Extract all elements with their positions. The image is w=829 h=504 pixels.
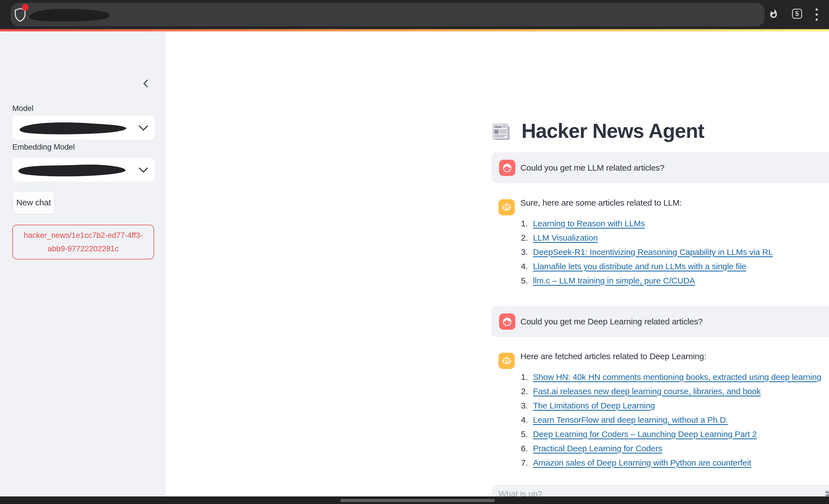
face-icon xyxy=(502,316,512,327)
flame-icon[interactable] xyxy=(768,8,779,20)
chat-session-label: hacker_news/1e1cc7b2-ed77-4ff3-abb9-9772… xyxy=(19,228,147,255)
article-link[interactable]: Show HN: 40k HN comments mentioning book… xyxy=(533,372,821,382)
redacted-model-value xyxy=(16,121,128,135)
new-chat-button[interactable]: New chat xyxy=(12,191,55,214)
list-item: DeepSeek-R1: Incentivizing Reasoning Cap… xyxy=(491,245,829,259)
address-bar[interactable] xyxy=(11,3,765,26)
browser-top-bar: 5 xyxy=(0,0,829,29)
list-item: Deep Learning for Coders – Launching Dee… xyxy=(491,427,829,441)
message-text: Sure, here are some articles related to … xyxy=(520,196,682,209)
title-row: NEWS Hacker News Agent xyxy=(491,119,829,144)
robot-icon xyxy=(501,356,512,366)
list-item: Learning to Reason with LLMs xyxy=(491,216,829,230)
embedding-model-select[interactable] xyxy=(12,158,155,182)
chat-message-assistant: Sure, here are some articles related to … xyxy=(491,199,829,292)
article-list: Learning to Reason with LLMs LLM Visuali… xyxy=(491,216,829,288)
tab-counter[interactable]: 5 xyxy=(792,9,802,19)
list-item: The Limitations of Deep Learning xyxy=(491,398,829,413)
loading-gradient-stripe xyxy=(0,29,829,31)
model-label: Model xyxy=(12,104,152,113)
newspaper-icon: NEWS xyxy=(491,121,512,142)
tab-count: 5 xyxy=(795,10,799,17)
list-item: LLM Visualization xyxy=(491,230,829,245)
message-text: Could you get me LLM related articles? xyxy=(520,152,664,183)
collapse-sidebar-icon[interactable] xyxy=(141,78,151,88)
list-item: Learn TensorFlow and deep learning, with… xyxy=(491,413,829,427)
chat-message-assistant: Here are fetched articles related to Dee… xyxy=(491,353,829,473)
article-link[interactable]: Learn TensorFlow and deep learning, with… xyxy=(533,415,728,425)
chat-session-link[interactable]: hacker_news/1e1cc7b2-ed77-4ff3-abb9-9772… xyxy=(12,225,154,259)
message-text: Here are fetched articles related to Dee… xyxy=(520,350,706,363)
article-link[interactable]: Deep Learning for Coders – Launching Dee… xyxy=(533,430,757,439)
list-item: Practical Deep Learning for Coders xyxy=(491,441,829,456)
robot-icon xyxy=(501,202,512,213)
model-select[interactable] xyxy=(12,116,155,140)
chat-message-user: Could you get me LLM related articles? xyxy=(491,152,829,183)
article-link[interactable]: Amazon sales of Deep Learning with Pytho… xyxy=(533,458,751,467)
user-avatar xyxy=(499,314,515,330)
svg-text:NEWS: NEWS xyxy=(495,125,502,128)
horizontal-scrollbar[interactable] xyxy=(340,499,495,502)
browser-menu-icon[interactable] xyxy=(816,8,818,21)
chevron-down-icon xyxy=(138,167,148,173)
list-item: Show HN: 40k HN comments mentioning book… xyxy=(491,370,829,384)
article-link[interactable]: DeepSeek-R1: Incentivizing Reasoning Cap… xyxy=(533,247,773,257)
article-link[interactable]: The Limitations of Deep Learning xyxy=(533,401,655,410)
article-link[interactable]: Practical Deep Learning for Coders xyxy=(533,444,662,453)
assistant-avatar xyxy=(499,353,515,369)
chevron-down-icon xyxy=(138,125,148,131)
list-item: llm.c – LLM training in simple, pure C/C… xyxy=(491,274,829,288)
list-item: Llamafile lets you distribute and run LL… xyxy=(491,259,829,274)
new-chat-label: New chat xyxy=(16,198,51,207)
main-area: NEWS Hacker News Agent Could you get me … xyxy=(166,31,829,497)
sidebar: Model Embedding Model New chat hacker_ne… xyxy=(0,31,166,497)
article-link[interactable]: Learning to Reason with LLMs xyxy=(533,219,645,228)
redacted-url xyxy=(27,7,111,22)
list-item: Amazon sales of Deep Learning with Pytho… xyxy=(491,456,829,470)
list-item: Fast.ai releases new deep learning cours… xyxy=(491,384,829,398)
face-icon xyxy=(502,163,512,173)
redacted-embedding-value xyxy=(16,163,128,177)
article-link[interactable]: Fast.ai releases new deep learning cours… xyxy=(533,387,761,396)
chat-message-user: Could you get me Deep Learning related a… xyxy=(491,306,829,337)
embedding-model-label: Embedding Model xyxy=(12,142,152,152)
page-title: Hacker News Agent xyxy=(521,119,705,143)
article-list: Show HN: 40k HN comments mentioning book… xyxy=(491,370,829,470)
article-link[interactable]: LLM Visualization xyxy=(533,233,598,242)
article-link[interactable]: llm.c – LLM training in simple, pure C/C… xyxy=(533,276,695,285)
message-text: Could you get me Deep Learning related a… xyxy=(520,306,703,337)
assistant-avatar xyxy=(499,199,515,215)
user-avatar xyxy=(499,160,515,176)
article-link[interactable]: Llamafile lets you distribute and run LL… xyxy=(533,262,746,271)
bottom-bar xyxy=(0,497,829,504)
